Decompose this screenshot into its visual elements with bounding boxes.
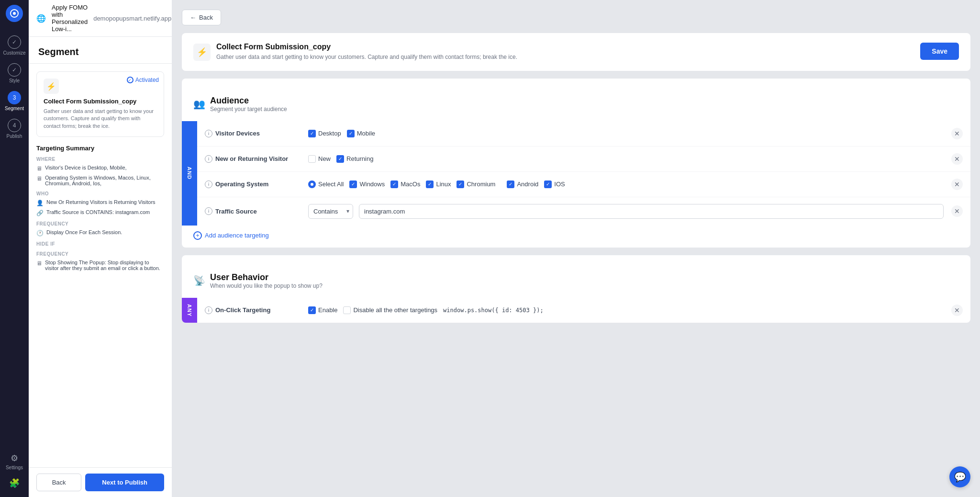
behavior-subtitle: When would you like the popup to show up… [210,282,323,289]
site-title: Apply FOMO with Personalized Low-i... [52,4,88,33]
customize-icon: ✓ [8,35,21,49]
new-returning-remove-button[interactable]: ✕ [951,153,963,165]
macos-checkbox[interactable]: ✓ [390,181,398,188]
os-info-icon[interactable]: i [205,181,212,188]
frequency-label: FREQUENCY [36,221,164,226]
on-click-value: window.ps.show({ id: 4503 }); [443,307,544,314]
targeting-summary-title: Targeting Summary [36,145,164,152]
disable-checkbox[interactable] [343,306,351,314]
content-header-card: ⚡ Collect Form Submission_copy Gather us… [182,33,970,71]
audience-subtitle: Segment your target audience [210,106,287,113]
on-click-label: i On-Click Targeting [205,306,301,314]
traffic-source-remove-button[interactable]: ✕ [951,205,963,217]
puzzle-icon: 🧩 [9,478,20,488]
svg-point-1 [13,12,16,15]
targeting-hide-item: 🖥 Stop Showing The Popup: Stop displayin… [36,260,164,271]
android-option[interactable]: ✓ Android [507,181,538,188]
site-url: demopopupsmart.netlify.app [93,15,171,22]
chat-button[interactable]: 💬 [949,466,970,487]
hide-frequency-label: FREQUENCY [36,251,164,257]
targeting-rows: AND i Visitor Devices ✓ Desktop ✓ [182,121,970,226]
new-returning-info-icon[interactable]: i [205,155,212,163]
traffic-icon: 🔗 [36,210,44,216]
os-remove-button[interactable]: ✕ [951,179,963,190]
audience-title: Audience [210,96,287,106]
sidebar-item-customize[interactable]: ✓ Customize [0,32,29,59]
back-button-main[interactable]: ← Back [182,10,221,25]
windows-checkbox[interactable]: ✓ [349,181,357,188]
disable-option[interactable]: Disable all the other targetings [343,306,437,314]
mobile-option[interactable]: ✓ Mobile [347,130,375,137]
traffic-source-input[interactable] [359,204,944,219]
select-all-option[interactable]: Select All [308,181,344,188]
linux-option[interactable]: ✓ Linux [426,181,451,188]
visitor-text: New Or Returning Visitors is Returning V… [46,199,156,205]
select-all-radio[interactable] [308,181,316,188]
on-click-info-icon[interactable]: i [205,306,212,314]
on-click-options: ✓ Enable Disable all the other targeting… [308,306,944,314]
behavior-title-row: 📡 User Behavior When would you like the … [193,263,959,293]
chromium-option[interactable]: ✓ Chromium [457,181,495,188]
sidebar-item-puzzle[interactable]: 🧩 [0,474,29,492]
who-label: WHO [36,191,164,196]
style-icon: ✓ [8,63,21,77]
user-behavior-section: 📡 User Behavior When would you like the … [182,255,970,323]
targeting-traffic-item: 🔗 Traffic Source is CONTAINS: instagram.… [36,209,164,216]
sidebar-item-publish[interactable]: 4 Publish [0,115,29,143]
campaign-icon: ⚡ [44,79,59,94]
content-card-header: ⚡ Collect Form Submission_copy Gather us… [193,43,959,61]
desktop-option[interactable]: ✓ Desktop [308,130,341,137]
sidebar-title: Segment [38,46,162,57]
sidebar-item-style[interactable]: ✓ Style [0,59,29,87]
disable-label: Disable all the other targetings [353,306,437,314]
save-button[interactable]: Save [920,43,959,60]
returning-checkbox[interactable]: ✓ [336,155,344,163]
contains-select[interactable]: Contains [308,204,353,219]
settings-icon: ⚙ [11,453,18,463]
chromium-checkbox[interactable]: ✓ [457,181,464,188]
enable-checkbox[interactable]: ✓ [308,306,316,314]
android-checkbox[interactable]: ✓ [507,181,514,188]
targeting-visitor-item: 👤 New Or Returning Visitors is Returning… [36,199,164,206]
sidebar-item-segment[interactable]: 3 Segment [0,87,29,115]
sidebar-footer: Back Next to Publish [29,467,172,497]
desktop-checkbox[interactable]: ✓ [308,130,316,137]
new-option[interactable]: New [308,155,331,163]
settings-label: Settings [6,465,23,470]
traffic-text: Traffic Source is CONTAINS: instagram.co… [46,209,150,215]
macos-option[interactable]: ✓ MacOs [390,181,420,188]
segment-label: Segment [5,106,24,111]
mobile-checkbox[interactable]: ✓ [347,130,355,137]
ios-checkbox[interactable]: ✓ [544,181,552,188]
back-button-sidebar[interactable]: Back [36,474,81,491]
next-to-publish-button[interactable]: Next to Publish [85,474,164,491]
icon-bar: ✓ Customize ✓ Style 3 Segment 4 Publish … [0,0,29,497]
audience-title-text: Audience Segment your target audience [210,96,287,113]
back-arrow-icon: ← [190,14,196,21]
hide-text: Stop Showing The Popup: Stop displaying … [45,260,164,271]
enable-option[interactable]: ✓ Enable [308,306,337,314]
windows-option[interactable]: ✓ Windows [349,181,385,188]
new-label: New [318,155,331,162]
os-text: Operating System is Windows, Macos, Linu… [45,175,164,186]
sidebar-header: Segment [29,37,172,64]
app-logo[interactable] [6,5,23,22]
sidebar-item-settings[interactable]: ⚙ Settings [0,449,29,474]
behavior-icon: 📡 [193,275,205,286]
visitor-devices-info-icon[interactable]: i [205,130,212,137]
add-audience-label: Add audience targeting [205,232,269,239]
targeting-os-item: 🖥 Operating System is Windows, Macos, Li… [36,175,164,186]
operating-system-label: i Operating System [205,181,301,188]
new-checkbox[interactable] [308,155,316,163]
ios-option[interactable]: ✓ IOS [544,181,565,188]
returning-option[interactable]: ✓ Returning [336,155,373,163]
macos-label: MacOs [401,181,420,188]
campaign-card: ✓ Activated ⚡ Collect Form Submission_co… [36,71,164,137]
audience-title-row: 👥 Audience Segment your target audience [193,86,959,116]
on-click-remove-button[interactable]: ✕ [951,305,963,316]
traffic-info-icon[interactable]: i [205,207,212,215]
visitor-devices-remove-button[interactable]: ✕ [951,128,963,139]
visitor-devices-label: i Visitor Devices [205,130,301,137]
add-audience-targeting-button[interactable]: + Add audience targeting [182,226,280,248]
linux-checkbox[interactable]: ✓ [426,181,434,188]
